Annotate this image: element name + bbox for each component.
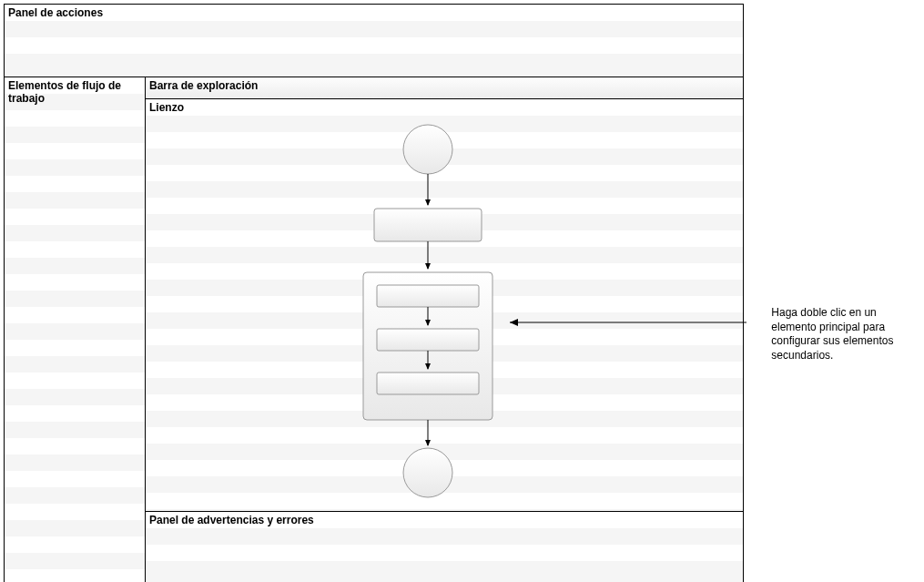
annotation-text: Haga doble clic en un elemento principal… [771,306,920,362]
canvas-label: Lienzo [146,99,188,116]
end-node[interactable] [403,448,452,497]
workflow-diagram [146,117,746,500]
workflow-elements-label: Elementos de flujo de trabajo [5,77,145,107]
middle-row: Elementos de flujo de trabajo Barra de e… [5,77,743,582]
explorer-bar[interactable]: Barra de exploración [146,77,743,99]
main-panel: Panel de acciones Elementos de flujo de … [4,4,744,582]
canvas[interactable]: Lienzo [146,99,743,512]
workflow-elements-panel[interactable]: Elementos de flujo de trabajo [5,77,146,582]
actions-panel[interactable]: Panel de acciones [5,5,743,77]
warnings-panel[interactable]: Panel de advertencias y errores [146,512,743,582]
callout-arrowhead [510,319,518,326]
explorer-bar-label: Barra de exploración [146,77,261,94]
layout-container: Panel de acciones Elementos de flujo de … [4,4,920,582]
child-step[interactable] [377,329,479,351]
actions-panel-label: Panel de acciones [5,5,107,21]
start-node[interactable] [403,125,452,174]
child-step[interactable] [377,285,479,307]
step-node[interactable] [374,209,482,241]
right-column: Barra de exploración Lienzo [146,77,743,582]
warnings-panel-label: Panel de advertencias y errores [146,512,318,528]
child-step[interactable] [377,373,479,394]
